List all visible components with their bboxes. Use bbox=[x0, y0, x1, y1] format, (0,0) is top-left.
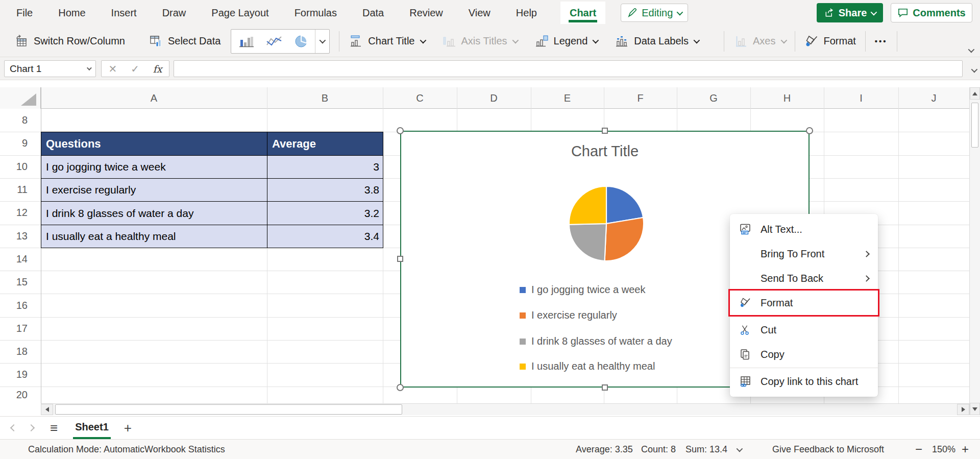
formula-input[interactable] bbox=[174, 60, 963, 77]
column-header-cell[interactable]: D bbox=[457, 87, 531, 109]
feedback-link[interactable]: Give Feedback to Microsoft bbox=[772, 440, 884, 459]
scroll-down-arrow[interactable] bbox=[970, 403, 980, 415]
row-header-cell[interactable]: 15 bbox=[0, 271, 41, 294]
select-data-button[interactable]: Select Data bbox=[143, 31, 226, 52]
zoom-out-button[interactable]: − bbox=[915, 440, 922, 459]
tab-chart-active[interactable]: Chart bbox=[560, 2, 605, 24]
row-header-cell[interactable]: 14 bbox=[0, 248, 41, 271]
add-sheet-button[interactable]: + bbox=[124, 421, 132, 434]
scroll-right-arrow[interactable] bbox=[957, 404, 969, 415]
share-button[interactable]: Share bbox=[817, 3, 883, 22]
row-header-cell[interactable]: 11 bbox=[0, 178, 41, 201]
sheet-tab-sheet1[interactable]: Sheet1 bbox=[73, 417, 111, 439]
column-header-cell[interactable]: E bbox=[531, 87, 604, 109]
cell-a13[interactable]: I usually eat a healthy meal bbox=[41, 225, 267, 248]
row-header-cell[interactable]: 18 bbox=[0, 340, 41, 363]
insert-function-icon[interactable]: fx bbox=[153, 63, 162, 75]
ribbon-collapse-chevron[interactable] bbox=[968, 45, 973, 55]
all-sheets-menu-icon[interactable]: ≡ bbox=[50, 421, 58, 434]
pie-slice[interactable] bbox=[569, 186, 606, 225]
menu-draw[interactable]: Draw bbox=[160, 7, 188, 19]
legend-item[interactable]: I exercise regularly bbox=[520, 309, 617, 321]
zoom-in-button[interactable]: + bbox=[962, 440, 969, 459]
column-header-cell[interactable]: F bbox=[604, 87, 677, 109]
data-labels-button[interactable]: Data Labels bbox=[609, 31, 703, 52]
menu-data[interactable]: Data bbox=[360, 7, 386, 19]
menu-view[interactable]: View bbox=[467, 7, 493, 19]
row-header-cell[interactable]: 8 bbox=[0, 109, 41, 132]
context-menu-cut[interactable]: Cut bbox=[730, 318, 878, 342]
column-header-cell[interactable]: J bbox=[898, 87, 969, 109]
vertical-scroll-thumb[interactable] bbox=[971, 103, 978, 148]
cell-b13[interactable]: 3.4 bbox=[267, 225, 383, 248]
column-header-cell[interactable]: G bbox=[677, 87, 750, 109]
calculation-mode[interactable]: Calculation Mode: Automatic bbox=[28, 440, 144, 459]
menu-formulas[interactable]: Formulas bbox=[292, 7, 339, 19]
cell-a9-questions-header[interactable]: Questions bbox=[41, 132, 267, 156]
pie-slice[interactable] bbox=[569, 224, 606, 261]
chart-type-dropdown[interactable] bbox=[315, 30, 328, 53]
line-chart-type-button[interactable] bbox=[260, 32, 288, 51]
column-chart-type-button[interactable] bbox=[232, 32, 260, 51]
switch-row-column-button[interactable]: Switch Row/Column bbox=[9, 31, 130, 52]
menu-page-layout[interactable]: Page Layout bbox=[209, 7, 271, 19]
previous-sheet-arrow[interactable] bbox=[10, 424, 17, 431]
status-count[interactable]: Count: 8 bbox=[641, 440, 676, 459]
menu-review[interactable]: Review bbox=[407, 7, 445, 19]
context-menu-copy-link[interactable]: Copy link to this chart bbox=[730, 369, 878, 394]
menu-insert[interactable]: Insert bbox=[109, 7, 139, 19]
context-menu-copy[interactable]: Copy bbox=[730, 342, 878, 367]
pie-chart[interactable] bbox=[562, 180, 650, 268]
cell-b10[interactable]: 3 bbox=[267, 156, 383, 179]
column-header-cell[interactable]: A bbox=[41, 87, 267, 109]
confirm-entry-icon[interactable]: ✓ bbox=[131, 63, 139, 75]
row-header-cell[interactable]: 20 bbox=[0, 386, 41, 403]
row-header-cell[interactable]: 19 bbox=[0, 363, 41, 386]
format-button[interactable]: Format bbox=[799, 31, 861, 52]
context-menu-send-to-back[interactable]: Send To Back bbox=[730, 266, 878, 291]
cell-a10[interactable]: I go jogging twice a week bbox=[41, 156, 267, 179]
column-header-cell[interactable]: I bbox=[824, 87, 898, 109]
chart-title-text[interactable]: Chart Title bbox=[401, 143, 808, 160]
horizontal-scrollbar[interactable] bbox=[41, 403, 969, 415]
legend-item[interactable]: I drink 8 glasses of water a day bbox=[520, 335, 672, 347]
status-sum[interactable]: Sum: 13.4 bbox=[685, 440, 727, 459]
row-header-cell[interactable]: 16 bbox=[0, 294, 41, 317]
legend-item[interactable]: I go jogging twice a week bbox=[520, 284, 645, 296]
pie-slice[interactable] bbox=[605, 218, 644, 261]
ribbon-overflow-button[interactable]: ••• bbox=[870, 34, 893, 49]
row-header-cell[interactable]: 13 bbox=[0, 225, 41, 248]
pie-chart-type-button[interactable] bbox=[288, 31, 315, 52]
formula-bar-expand-chevron[interactable] bbox=[971, 65, 976, 75]
resize-handle-top-left[interactable] bbox=[397, 127, 404, 134]
legend-item[interactable]: I usually eat a healthy meal bbox=[520, 360, 655, 372]
context-menu-bring-to-front[interactable]: Bring To Front bbox=[730, 241, 878, 266]
column-header-cell[interactable]: C bbox=[383, 87, 457, 109]
resize-handle-bottom-left[interactable] bbox=[397, 384, 404, 391]
cell-a11[interactable]: I exercise regularly bbox=[41, 179, 267, 202]
vertical-scrollbar[interactable] bbox=[969, 87, 980, 415]
scroll-up-arrow[interactable] bbox=[970, 87, 980, 100]
cell-a12[interactable]: I drink 8 glasses of water a day bbox=[41, 202, 267, 225]
context-menu-alt-text[interactable]: Alt Text... bbox=[730, 217, 878, 241]
resize-handle-top-right[interactable] bbox=[806, 127, 813, 134]
row-header-cell[interactable]: 17 bbox=[0, 317, 41, 340]
cell-b11[interactable]: 3.8 bbox=[267, 179, 383, 202]
name-box[interactable]: Chart 1 bbox=[4, 60, 96, 77]
next-sheet-arrow[interactable] bbox=[28, 424, 35, 431]
row-header-cell[interactable]: 12 bbox=[0, 201, 41, 224]
cell-b12[interactable]: 3.2 bbox=[267, 202, 383, 225]
context-menu-format[interactable]: Format bbox=[730, 291, 878, 315]
comments-button[interactable]: Comments bbox=[891, 3, 972, 22]
menu-file[interactable]: File bbox=[14, 7, 35, 19]
cancel-entry-icon[interactable]: ✕ bbox=[108, 63, 117, 75]
resize-handle-bottom-middle[interactable] bbox=[602, 384, 608, 391]
select-all-corner[interactable] bbox=[0, 87, 41, 109]
menu-home[interactable]: Home bbox=[56, 7, 87, 19]
aggregate-dropdown-chevron[interactable] bbox=[737, 440, 741, 459]
row-header-cell[interactable]: 9 bbox=[0, 132, 41, 155]
chart-title-button[interactable]: Chart Title bbox=[344, 31, 429, 52]
row-header-cell[interactable]: 10 bbox=[0, 155, 41, 178]
column-header-cell[interactable]: B bbox=[267, 87, 383, 109]
scroll-left-arrow[interactable] bbox=[41, 404, 53, 415]
